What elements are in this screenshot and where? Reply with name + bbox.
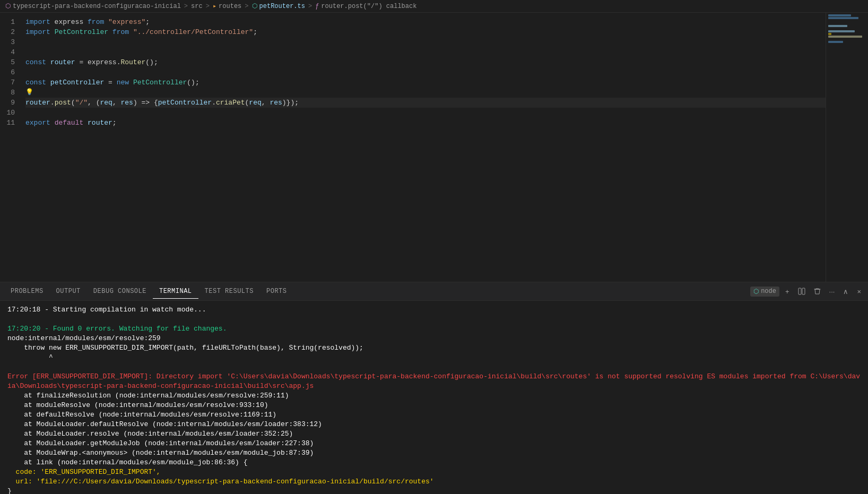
line-numbers: 1 2 3 4 5 6 7 8 9 10 11 [0, 13, 21, 282]
code-line-10 [25, 108, 826, 118]
breadcrumb-file[interactable]: petRouter.ts [259, 3, 305, 10]
tab-problems[interactable]: PROBLEMS [4, 284, 50, 298]
terminal-stack-7: at ModuleWrap.<anonymous> (node:internal… [7, 448, 861, 458]
terminal-line-1: 17:20:18 - Starting compilation in watch… [7, 305, 861, 315]
terminal-stack-8: at link (node:internal/modules/esm/modul… [7, 458, 861, 467]
terminal-stack-1: at finalizeResolution (node:internal/mod… [7, 391, 861, 401]
terminal-empty-1 [7, 315, 861, 324]
terminal-output[interactable]: 17:20:18 - Starting compilation in watch… [0, 301, 868, 494]
svg-rect-0 [798, 288, 801, 294]
terminal-error-line: Error [ERR_UNSUPPORTED_DIR_IMPORT]: Dire… [7, 372, 861, 391]
minimap [826, 13, 868, 282]
terminal-line-2: 17:20:20 - Found 0 errors. Watching for … [7, 324, 861, 334]
code-line-4 [25, 47, 826, 57]
breadcrumb: ⬡ typescript-para-backend-configuracao-i… [0, 0, 868, 13]
terminal-node-label: ⬡ node [750, 287, 779, 297]
svg-rect-1 [802, 288, 805, 294]
terminal-line-5: ^ [7, 353, 861, 362]
terminal-trash-button[interactable] [811, 286, 823, 297]
code-line-1: import express from "express"; [25, 17, 826, 27]
tab-ports[interactable]: PORTS [260, 284, 293, 298]
panel-tabs: PROBLEMS OUTPUT DEBUG CONSOLE TERMINAL T… [0, 282, 868, 301]
breadcrumb-icon: ⬡ [5, 2, 11, 10]
breadcrumb-src[interactable]: src [191, 3, 203, 10]
panel-actions: ⬡ node + ··· ∧ × [750, 286, 864, 297]
panel-bottom: PROBLEMS OUTPUT DEBUG CONSOLE TERMINAL T… [0, 282, 868, 494]
terminal-line-3: node:internal/modules/esm/resolve:259 [7, 334, 861, 343]
panel-collapse-button[interactable]: ∧ [840, 286, 851, 297]
terminal-empty-2 [7, 362, 861, 372]
node-icon: ⬡ [753, 288, 759, 296]
terminal-code-line: code: 'ERR_UNSUPPORTED_DIR_IMPORT', [7, 467, 861, 477]
terminal-line-4: throw new ERR_UNSUPPORTED_DIR_IMPORT(pat… [7, 343, 861, 353]
breadcrumb-func[interactable]: router.post("/") callback [321, 3, 416, 10]
terminal-add-button[interactable]: + [783, 286, 792, 297]
code-content[interactable]: import express from "express"; import Pe… [21, 13, 826, 282]
tab-output[interactable]: OUTPUT [50, 284, 87, 298]
terminal-split-button[interactable] [795, 286, 808, 297]
editor-area: 1 2 3 4 5 6 7 8 9 10 11 import express f… [0, 13, 868, 282]
terminal-stack-2: at moduleResolve (node:internal/modules/… [7, 401, 861, 410]
code-line-8: 💡 [25, 88, 826, 98]
terminal-stack-3: at defaultResolve (node:internal/modules… [7, 410, 861, 420]
code-line-7: const petController = new PetController(… [25, 77, 826, 88]
code-line-2: import PetController from "../controller… [25, 27, 826, 37]
breadcrumb-routes[interactable]: routes [219, 3, 241, 10]
code-line-9: router.post("/", (req, res) => {petContr… [25, 98, 826, 108]
code-line-6 [25, 67, 826, 77]
tab-terminal[interactable]: TERMINAL [153, 284, 198, 299]
terminal-stack-6: at ModuleLoader.getModuleJob (node:inter… [7, 439, 861, 448]
tab-debug-console[interactable]: DEBUG CONSOLE [87, 284, 153, 298]
terminal-url-line: url: 'file:///C:/Users/davia/Downloads/t… [7, 477, 861, 487]
terminal-stack-5: at ModuleLoader.resolve (node:internal/m… [7, 429, 861, 439]
code-line-11: export default router; [25, 118, 826, 128]
terminal-stack-4: at ModuleLoader.defaultResolve (node:int… [7, 420, 861, 429]
breadcrumb-project[interactable]: typescript-para-backend-configuracao-ini… [13, 3, 181, 10]
node-text: node [761, 288, 776, 295]
tab-test-results[interactable]: TEST RESULTS [198, 284, 260, 298]
terminal-more-button[interactable]: ··· [827, 286, 838, 297]
code-line-5: const router = express.Router(); [25, 57, 826, 67]
terminal-closing-brace: } [7, 487, 861, 494]
breadcrumb-file-icon: ⬡ [252, 2, 257, 10]
panel-close-button[interactable]: × [854, 286, 864, 297]
code-line-3 [25, 37, 826, 47]
breadcrumb-func-icon: ƒ [315, 3, 319, 10]
breadcrumb-routes-icon: ▸ [213, 2, 216, 10]
